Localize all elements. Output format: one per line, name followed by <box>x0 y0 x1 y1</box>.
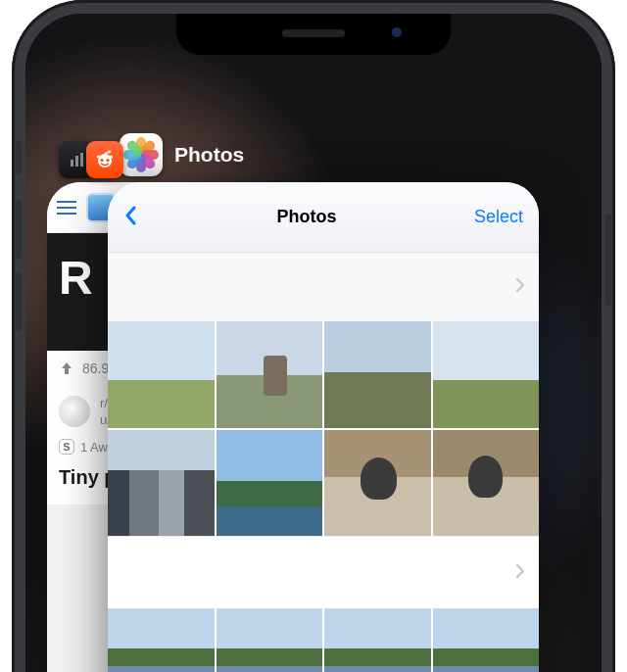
svg-point-4 <box>100 159 103 162</box>
switcher-app-name: Photos <box>174 143 244 167</box>
back-button[interactable] <box>123 204 139 231</box>
photo-thumbnail[interactable] <box>108 430 215 537</box>
photo-thumbnail[interactable] <box>217 608 323 672</box>
switcher-label-reddit <box>59 141 123 178</box>
chevron-left-icon <box>123 204 139 227</box>
mute-switch[interactable] <box>16 141 22 174</box>
photos-section-header[interactable] <box>108 253 539 321</box>
hamburger-icon[interactable] <box>57 201 76 215</box>
photos-grid <box>108 608 539 672</box>
photos-icon <box>120 133 163 176</box>
photos-title: Photos <box>276 207 336 227</box>
switcher-label-photos: Photos <box>120 133 244 176</box>
photo-thumbnail[interactable] <box>433 321 540 428</box>
photos-navbar: Photos Select <box>108 182 539 253</box>
app-switcher-screen[interactable]: Photos C R 86.9 <box>25 14 602 672</box>
chevron-right-icon <box>515 563 525 583</box>
reddit-icon <box>86 141 123 178</box>
notch <box>176 14 451 55</box>
post-banner-letter: R <box>59 252 93 304</box>
photos-grid <box>108 321 539 536</box>
upvote-icon[interactable] <box>59 360 74 376</box>
photo-thumbnail[interactable] <box>324 608 431 672</box>
iphone-frame: Photos C R 86.9 <box>12 0 615 672</box>
vote-score: 86.9 <box>82 360 109 376</box>
photo-thumbnail[interactable] <box>217 430 323 537</box>
subreddit-avatar <box>59 396 90 427</box>
svg-point-5 <box>106 159 109 162</box>
volume-up-button[interactable] <box>16 200 22 259</box>
chevron-right-icon <box>515 277 525 297</box>
photos-section-header[interactable] <box>108 536 539 608</box>
phone-bezel: Photos C R 86.9 <box>25 14 602 672</box>
photo-thumbnail[interactable] <box>433 608 540 672</box>
photo-thumbnail[interactable] <box>324 430 431 537</box>
select-button[interactable]: Select <box>474 207 523 227</box>
volume-down-button[interactable] <box>16 272 22 331</box>
power-button[interactable] <box>605 214 611 306</box>
photo-thumbnail[interactable] <box>217 321 323 428</box>
photo-thumbnail[interactable] <box>324 321 431 428</box>
svg-rect-0 <box>71 160 73 167</box>
photo-thumbnail[interactable] <box>108 321 215 428</box>
svg-point-6 <box>110 155 113 158</box>
app-card-photos[interactable]: Photos Select <box>108 182 539 672</box>
award-badge-icon: S <box>59 439 74 455</box>
photo-thumbnail[interactable] <box>108 608 215 672</box>
svg-rect-1 <box>75 156 78 167</box>
svg-point-7 <box>97 155 100 158</box>
photo-thumbnail[interactable] <box>433 430 540 537</box>
svg-rect-2 <box>80 153 83 167</box>
speaker-grille <box>282 29 345 37</box>
